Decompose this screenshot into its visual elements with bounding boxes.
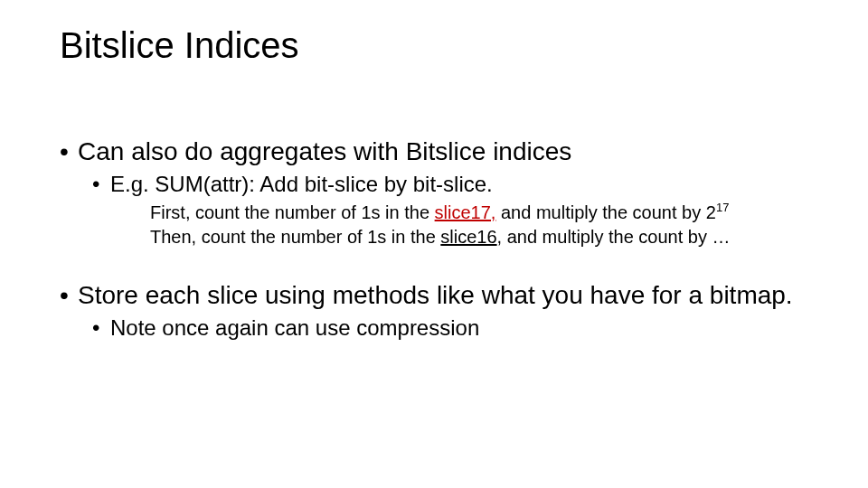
superscript: 17: [716, 201, 729, 214]
bullet-dot-icon: •: [60, 279, 78, 311]
text-highlight-red: slice17,: [435, 202, 496, 222]
bullet-level3: First, count the number of 1s in the sli…: [60, 202, 832, 224]
bullet-text: Can also do aggregates with Bitslice ind…: [78, 137, 571, 165]
slide: Bitslice Indices •Can also do aggregates…: [0, 0, 868, 488]
text-fragment: Then, count the number of 1s in the: [150, 227, 440, 247]
bullet-text: E.g. SUM(attr): Add bit-slice by bit-sli…: [110, 172, 493, 196]
text-fragment: and multiply the count by 2: [495, 202, 715, 222]
bullet-level2: •Note once again can use compression: [60, 314, 832, 342]
bullet-dot-icon: •: [92, 314, 110, 342]
bullet-level2: •E.g. SUM(attr): Add bit-slice by bit-sl…: [60, 171, 832, 198]
bullet-text: Store each slice using methods like what…: [78, 281, 793, 309]
bullet-level1: •Can also do aggregates with Bitslice in…: [60, 136, 832, 167]
bullet-dot-icon: •: [92, 171, 110, 198]
text-fragment: , and multiply the count by …: [497, 227, 731, 247]
text-underline: slice16: [440, 227, 496, 247]
bullet-level1: •Store each slice using methods like wha…: [60, 279, 832, 311]
spacer: [60, 250, 832, 279]
bullet-level3: Then, count the number of 1s in the slic…: [60, 226, 832, 249]
bullet-text: Note once again can use compression: [110, 315, 479, 340]
slide-body: •Can also do aggregates with Bitslice in…: [60, 136, 832, 345]
slide-title: Bitslice Indices: [60, 25, 299, 66]
bullet-dot-icon: •: [60, 136, 78, 167]
text-fragment: First, count the number of 1s in the: [150, 202, 435, 222]
